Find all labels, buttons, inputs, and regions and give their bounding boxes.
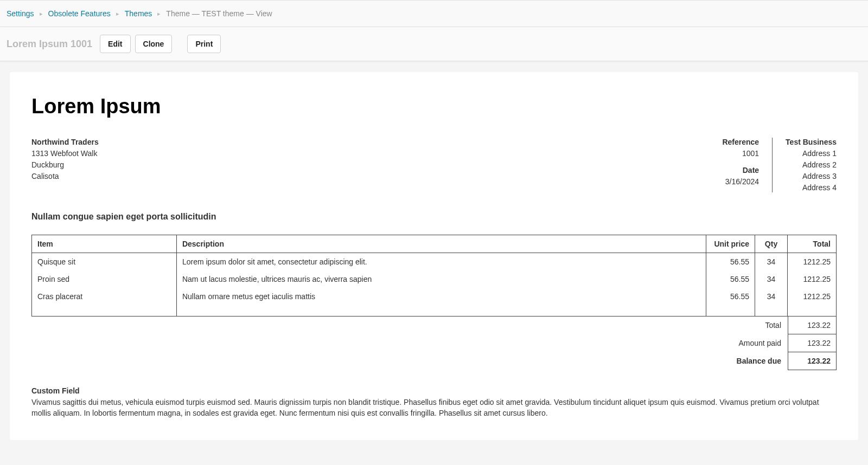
totals-block: Total123.22Amount paid123.22Balance due1… (31, 317, 837, 370)
from-address-line: Calisota (31, 171, 99, 182)
totals-row: Balance due123.22 (31, 352, 837, 370)
breadcrumb: Settings ▸ Obsolete Features ▸ Themes ▸ … (0, 0, 868, 27)
cell-total: 1212.25 (788, 288, 837, 317)
breadcrumb-link-themes[interactable]: Themes (125, 9, 152, 18)
from-address-line: Duckburg (31, 159, 99, 171)
table-row: Quisque sitLorem ipsum dolor sit amet, c… (32, 253, 837, 271)
business-block: Test Business Address 1 Address 2 Addres… (773, 137, 837, 193)
breadcrumb-link-obsolete-features[interactable]: Obsolete Features (48, 9, 111, 18)
from-name: Northwind Traders (31, 137, 99, 148)
col-description: Description (176, 235, 706, 253)
chevron-right-icon: ▸ (157, 10, 161, 17)
totals-label: Amount paid (690, 334, 788, 352)
line-items-title: Nullam congue sapien eget porta sollicit… (31, 212, 837, 222)
cell-item: Proin sed (32, 270, 177, 288)
totals-value: 123.22 (788, 352, 837, 370)
print-button[interactable]: Print (187, 35, 221, 53)
toolbar: Lorem Ipsum 1001 Edit Clone Print (0, 27, 868, 61)
page-title: Lorem Ipsum 1001 (7, 38, 92, 50)
cell-description: Lorem ipsum dolor sit amet, consectetur … (176, 253, 706, 271)
custom-field-body: Vivamus sagittis dui metus, vehicula eui… (31, 397, 837, 418)
cell-unit-price: 56.55 (706, 288, 755, 317)
cell-unit-price: 56.55 (706, 270, 755, 288)
cell-total: 1212.25 (788, 253, 837, 271)
document-title: Lorem Ipsum (31, 95, 837, 118)
chevron-right-icon: ▸ (40, 10, 43, 17)
document-preview: Lorem Ipsum Northwind Traders 1313 Webfo… (10, 72, 858, 440)
table-row: Cras placeratNullam ornare metus eget ia… (32, 288, 837, 317)
col-qty: Qty (755, 235, 788, 253)
business-address-line: Address 4 (786, 182, 837, 193)
cell-qty: 34 (755, 253, 788, 271)
date-label: Date (722, 165, 759, 176)
cell-description: Nam ut lacus molestie, ultrices mauris a… (176, 270, 706, 288)
chevron-right-icon: ▸ (116, 10, 119, 17)
from-address-block: Northwind Traders 1313 Webfoot Walk Duck… (31, 137, 99, 193)
custom-field-title: Custom Field (31, 386, 837, 395)
business-name: Test Business (786, 137, 837, 148)
cell-total: 1212.25 (788, 270, 837, 288)
reference-label: Reference (722, 137, 759, 148)
totals-row: Total123.22 (31, 317, 837, 334)
cell-item: Cras placerat (32, 288, 177, 317)
breadcrumb-link-settings[interactable]: Settings (7, 9, 34, 18)
reference-block: Reference 1001 Date 3/16/2024 (722, 137, 772, 188)
totals-value: 123.22 (788, 317, 837, 334)
cell-description: Nullam ornare metus eget iaculis mattis (176, 288, 706, 317)
col-total: Total (788, 235, 837, 253)
business-address-line: Address 2 (786, 159, 837, 171)
business-address-line: Address 1 (786, 148, 837, 159)
totals-value: 123.22 (788, 334, 837, 352)
breadcrumb-current: Theme — TEST theme — View (166, 9, 272, 18)
totals-label: Balance due (690, 352, 788, 370)
from-address-line: 1313 Webfoot Walk (31, 148, 99, 159)
cell-qty: 34 (755, 270, 788, 288)
cell-unit-price: 56.55 (706, 253, 755, 271)
clone-button[interactable]: Clone (135, 35, 173, 53)
edit-button[interactable]: Edit (100, 35, 130, 53)
col-unit-price: Unit price (706, 235, 755, 253)
custom-field: Custom Field Vivamus sagittis dui metus,… (31, 386, 837, 418)
col-item: Item (32, 235, 177, 253)
business-address-line: Address 3 (786, 171, 837, 182)
cell-qty: 34 (755, 288, 788, 317)
reference-value: 1001 (722, 148, 759, 159)
date-value: 3/16/2024 (722, 176, 759, 188)
table-row: Proin sedNam ut lacus molestie, ultrices… (32, 270, 837, 288)
totals-row: Amount paid123.22 (31, 334, 837, 352)
totals-label: Total (690, 317, 788, 334)
cell-item: Quisque sit (32, 253, 177, 271)
line-items-table: Item Description Unit price Qty Total Qu… (31, 235, 837, 317)
